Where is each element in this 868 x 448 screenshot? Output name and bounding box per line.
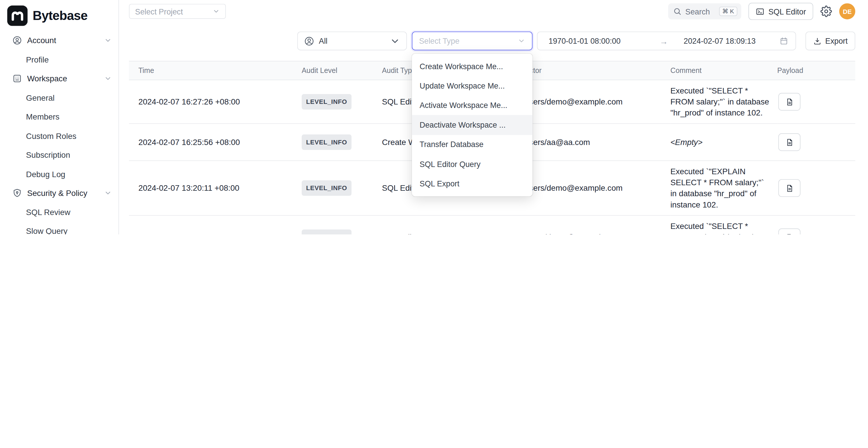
keyboard-shortcut-badge: ⌘ K <box>719 7 737 16</box>
audit-type: SQL Editor Query <box>382 215 525 234</box>
payload-view-button[interactable] <box>778 228 800 234</box>
sidebar-item-general[interactable]: General <box>4 88 114 107</box>
item-label: Members <box>26 112 60 121</box>
chevron-down-icon <box>518 37 526 45</box>
dropdown-item-activate-workspace-member[interactable]: Activate Workspace Me... <box>412 96 533 115</box>
audit-actor: users/demo@example.com <box>525 215 671 234</box>
sidebar-item-sql-review[interactable]: SQL Review <box>4 202 114 222</box>
type-filter-placeholder: Select Type <box>419 36 459 45</box>
topbar: Select Project Search ⌘ K SQL Editor DE <box>129 3 855 20</box>
dropdown-item-deactivate-workspace-member[interactable]: Deactivate Workspace ... <box>412 115 533 135</box>
type-dropdown-menu: Create Workspace Me... Update Workspace … <box>412 54 533 196</box>
audit-level-badge: LEVEL_INFO <box>302 229 351 234</box>
section-label: Workspace <box>27 74 67 83</box>
arrow-right-icon: → <box>653 36 675 45</box>
audit-level-badge: LEVEL_INFO <box>302 180 351 196</box>
dropdown-item-label: SQL Export <box>420 179 459 188</box>
payload-view-button[interactable] <box>778 93 800 110</box>
column-header-actor: Actor <box>525 61 671 80</box>
dropdown-item-sql-export[interactable]: SQL Export <box>412 174 533 194</box>
brand-name: Bytebase <box>33 8 87 24</box>
column-header-payload: Payload <box>777 61 855 80</box>
export-label: Export <box>825 36 847 45</box>
calendar-icon <box>779 36 788 45</box>
settings-gear-icon[interactable] <box>820 5 832 17</box>
audit-level-badge: LEVEL_INFO <box>302 134 351 150</box>
file-document-icon <box>785 98 794 106</box>
bytebase-logo-icon <box>7 5 28 26</box>
dropdown-item-update-workspace-member[interactable]: Update Workspace Me... <box>412 76 533 96</box>
item-label: Custom Roles <box>26 131 76 140</box>
bytebase-app: Bytebase Account Profile Workspace Gener… <box>0 0 868 234</box>
date-range-picker[interactable]: 1970-01-01 08:00:00 → 2024-02-07 18:09:1… <box>537 32 796 50</box>
column-header-comment: Comment <box>670 61 777 80</box>
section-label: Account <box>27 36 56 45</box>
sidebar-item-custom-roles[interactable]: Custom Roles <box>4 126 114 146</box>
table-row: 2024-02-07 13:19:53 +08:00 LEVEL_INFO SQ… <box>129 215 855 234</box>
main-content: Select Project Search ⌘ K SQL Editor DE <box>119 0 868 234</box>
sidebar-item-subscription[interactable]: Subscription <box>4 146 114 165</box>
sidebar-item-members[interactable]: Members <box>4 107 114 126</box>
project-select[interactable]: Select Project <box>129 4 226 19</box>
avatar-initials: DE <box>843 8 852 15</box>
user-avatar[interactable]: DE <box>839 3 855 19</box>
column-header-audit-level: Audit Level <box>302 61 382 80</box>
sidebar-item-profile[interactable]: Profile <box>4 50 114 69</box>
dropdown-item-label: Activate Workspace Me... <box>420 101 507 110</box>
download-icon <box>813 37 822 45</box>
dropdown-item-create-workspace-member[interactable]: Create Workspace Me... <box>412 57 533 76</box>
dropdown-item-label: Update Workspace Me... <box>420 81 505 90</box>
audit-comment: Executed `"EXPLAIN SELECT * FROM salary;… <box>670 161 777 215</box>
project-select-placeholder: Select Project <box>135 7 183 16</box>
file-document-icon <box>785 233 794 234</box>
section-label: Security & Policy <box>27 189 87 198</box>
dropdown-item-label: Deactivate Workspace ... <box>420 120 505 129</box>
audit-time: 2024-02-07 13:19:53 +08:00 <box>129 215 302 234</box>
audit-level-badge: LEVEL_INFO <box>302 94 351 110</box>
dropdown-item-label: SQL Editor Query <box>420 160 480 169</box>
dropdown-item-sql-editor-query[interactable]: SQL Editor Query <box>412 154 533 174</box>
column-header-time: Time <box>129 61 302 80</box>
date-range-start[interactable]: 1970-01-01 08:00:00 <box>549 36 653 45</box>
sql-editor-label: SQL Editor <box>768 7 806 16</box>
file-document-icon <box>785 138 794 147</box>
chevron-down-icon <box>104 37 112 44</box>
chevron-down-icon <box>104 75 112 83</box>
chevron-down-icon <box>213 8 220 15</box>
item-label: SQL Review <box>26 208 70 217</box>
search-placeholder: Search <box>685 7 710 16</box>
chevron-down-icon <box>390 36 400 46</box>
sql-editor-button[interactable]: SQL Editor <box>748 3 813 20</box>
audit-comment: <Empty> <box>670 124 777 161</box>
item-label: Debug Log <box>26 169 65 179</box>
user-circle-icon <box>12 36 22 45</box>
date-range-end[interactable]: 2024-02-07 18:09:13 <box>675 36 779 45</box>
terminal-icon <box>756 7 765 16</box>
item-label: General <box>26 93 55 102</box>
sidebar-item-slow-query[interactable]: Slow Query <box>4 222 114 234</box>
shield-icon <box>12 188 22 198</box>
item-label: Subscription <box>26 151 70 159</box>
type-filter-select[interactable]: Select Type Create Workspace Me... Updat… <box>412 32 533 50</box>
payload-view-button[interactable] <box>778 133 800 151</box>
sidebar-section-workspace[interactable]: Workspace <box>0 69 118 88</box>
logo[interactable]: Bytebase <box>0 0 118 26</box>
export-button[interactable]: Export <box>805 32 855 50</box>
audit-actor: users/demo@example.com <box>525 80 671 124</box>
item-label: Slow Query <box>26 227 67 234</box>
payload-view-button[interactable] <box>778 179 800 197</box>
sidebar-section-security-policy[interactable]: Security & Policy <box>0 184 118 202</box>
audit-comment: Executed `"SELECT * FROM salary;"` in da… <box>670 80 777 124</box>
audit-actor: users/aa@aa.com <box>525 124 671 161</box>
audit-time: 2024-02-07 16:25:56 +08:00 <box>129 124 302 161</box>
dropdown-item-transfer-database[interactable]: Transfer Database <box>412 135 533 154</box>
sidebar-section-account[interactable]: Account <box>0 31 118 50</box>
sidebar-nav: Account Profile Workspace General Member… <box>0 31 118 234</box>
audit-time: 2024-02-07 13:20:11 +08:00 <box>129 161 302 215</box>
search-input[interactable]: Search ⌘ K <box>668 3 741 19</box>
sidebar-item-debug-log[interactable]: Debug Log <box>4 165 114 184</box>
sidebar: Bytebase Account Profile Workspace Gener… <box>0 0 119 234</box>
search-icon <box>673 7 682 15</box>
actor-filter-select[interactable]: All <box>297 32 407 50</box>
item-label: Profile <box>26 55 49 64</box>
